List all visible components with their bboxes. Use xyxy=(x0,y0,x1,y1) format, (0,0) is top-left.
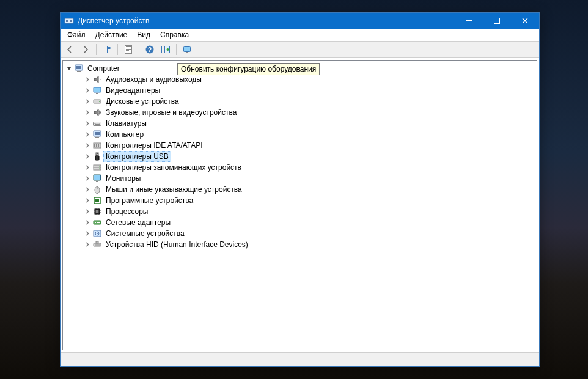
tree-item-label: Процессоры xyxy=(103,206,151,217)
tree-item-label: Мыши и иные указывающие устройства xyxy=(103,184,244,195)
caret-right-icon[interactable] xyxy=(84,87,91,94)
caret-right-icon[interactable] xyxy=(84,109,91,116)
tree-item-ide[interactable]: Контроллеры IDE ATA/ATAPI xyxy=(84,140,537,151)
forward-button[interactable] xyxy=(78,42,93,57)
caret-right-icon[interactable] xyxy=(84,98,91,105)
network-icon xyxy=(92,218,102,227)
tree-item-label: Сетевые адаптеры xyxy=(103,217,173,228)
caret-right-icon[interactable] xyxy=(84,175,91,182)
svg-rect-44 xyxy=(95,156,99,160)
tree-content[interactable]: Computer Аудиовходы и аудиовыходыВидеоад… xyxy=(62,60,537,350)
svg-rect-29 xyxy=(94,123,95,124)
tree-item-cpu[interactable]: Процессоры xyxy=(84,206,537,217)
scan-hardware-button[interactable] xyxy=(180,42,194,57)
svg-rect-41 xyxy=(98,144,99,147)
caret-right-icon[interactable] xyxy=(84,241,91,248)
svg-rect-39 xyxy=(94,144,95,147)
help-button[interactable]: ? xyxy=(142,42,157,57)
svg-rect-42 xyxy=(100,144,100,147)
tree-item-keyboard[interactable]: Клавиатуры xyxy=(84,118,537,129)
menu-help[interactable]: Справка xyxy=(156,29,193,40)
caret-right-icon[interactable] xyxy=(84,208,91,215)
tree-item-usb[interactable]: Контроллеры USB xyxy=(84,151,537,162)
tree-item-disk[interactable]: Дисковые устройства xyxy=(84,96,537,107)
show-hide-tree-button[interactable] xyxy=(100,42,114,57)
caret-right-icon[interactable] xyxy=(84,197,91,204)
caret-right-icon[interactable] xyxy=(84,219,91,226)
tree-item-audio[interactable]: Аудиовходы и аудиовыходы xyxy=(84,74,537,85)
toolbar-separator xyxy=(139,44,139,55)
toolbar: ? xyxy=(61,42,539,58)
svg-point-49 xyxy=(99,168,100,169)
svg-point-73 xyxy=(97,233,98,234)
back-button[interactable] xyxy=(62,42,77,57)
monitor-icon xyxy=(92,174,102,183)
caret-right-icon[interactable] xyxy=(84,142,91,149)
titlebar[interactable]: Диспетчер устройств xyxy=(61,13,539,29)
update-driver-button[interactable] xyxy=(158,42,173,57)
caret-right-icon[interactable] xyxy=(84,131,91,138)
svg-rect-75 xyxy=(96,241,98,243)
tree-item-mouse[interactable]: Мыши и иные указывающие устройства xyxy=(84,184,537,195)
svg-rect-68 xyxy=(95,222,96,223)
toolbar-separator xyxy=(117,44,118,55)
caret-right-icon[interactable] xyxy=(84,120,91,127)
menu-action[interactable]: Действие xyxy=(91,29,132,40)
caret-right-icon[interactable] xyxy=(84,186,91,193)
svg-rect-52 xyxy=(96,181,98,182)
close-button[interactable] xyxy=(511,13,539,29)
svg-rect-7 xyxy=(108,47,111,48)
svg-rect-10 xyxy=(126,46,131,47)
tree-item-label: Системные устройства xyxy=(103,228,187,239)
tooltip: Обновить конфигурацию оборудования xyxy=(177,63,320,75)
tree-item-label: Аудиовходы и аудиовыходы xyxy=(103,74,204,85)
tree-item-network[interactable]: Сетевые адаптеры xyxy=(84,217,537,228)
tree-item-label: Контроллеры IDE ATA/ATAPI xyxy=(103,140,205,151)
desktop-background: Диспетчер устройств Файл Действие Вид Сп… xyxy=(0,0,588,379)
tree-item-label: Клавиатуры xyxy=(103,118,149,129)
menu-view[interactable]: Вид xyxy=(133,29,155,40)
svg-rect-12 xyxy=(126,49,131,50)
minimize-button[interactable] xyxy=(455,13,483,29)
svg-rect-19 xyxy=(184,47,191,52)
caret-right-icon[interactable] xyxy=(84,153,91,160)
tree-item-software[interactable]: Программные устройства xyxy=(84,195,537,206)
tree-item-label: Дисковые устройства xyxy=(103,96,182,107)
keyboard-icon xyxy=(92,119,102,128)
svg-point-27 xyxy=(99,101,100,102)
caret-right-icon[interactable] xyxy=(84,76,91,83)
tree-item-hid[interactable]: Устройства HID (Human Interface Devices) xyxy=(84,239,537,250)
tree-item-computer[interactable]: Компьютер xyxy=(84,129,537,140)
svg-rect-11 xyxy=(126,48,131,48)
tree-item-label: Контроллеры запоминающих устройств xyxy=(103,162,244,173)
tree-item-monitor[interactable]: Мониторы xyxy=(84,173,537,184)
tree-item-system[interactable]: Системные устройства xyxy=(84,228,537,239)
caret-down-icon[interactable] xyxy=(65,65,73,72)
menu-file[interactable]: Файл xyxy=(63,29,90,40)
svg-rect-56 xyxy=(95,199,99,202)
svg-rect-20 xyxy=(186,52,188,53)
svg-rect-5 xyxy=(103,46,106,53)
properties-button[interactable] xyxy=(121,42,136,57)
toolbar-separator xyxy=(96,44,97,55)
svg-rect-45 xyxy=(97,153,98,154)
tree-item-display[interactable]: Видеоадаптеры xyxy=(84,85,537,96)
tree-item-label: Видеоадаптеры xyxy=(103,85,163,96)
disk-icon xyxy=(92,97,102,106)
ide-icon xyxy=(92,141,102,150)
toolbar-separator xyxy=(176,44,177,55)
maximize-button[interactable] xyxy=(483,13,511,29)
window-title: Диспетчер устройств xyxy=(78,17,455,25)
app-icon xyxy=(64,16,74,26)
tree-item-label: Устройства HID (Human Interface Devices) xyxy=(103,239,251,250)
tree-item-label: Программные устройства xyxy=(103,195,196,206)
svg-rect-30 xyxy=(95,123,97,124)
tree-item-sound[interactable]: Звуковые, игровые и видеоустройства xyxy=(84,107,537,118)
sound-icon xyxy=(92,108,102,117)
caret-right-icon[interactable] xyxy=(84,164,91,171)
svg-text:?: ? xyxy=(148,46,152,53)
svg-rect-40 xyxy=(96,144,97,147)
svg-rect-33 xyxy=(99,123,100,124)
caret-right-icon[interactable] xyxy=(84,230,91,237)
tree-item-storage[interactable]: Контроллеры запоминающих устройств xyxy=(84,162,537,173)
